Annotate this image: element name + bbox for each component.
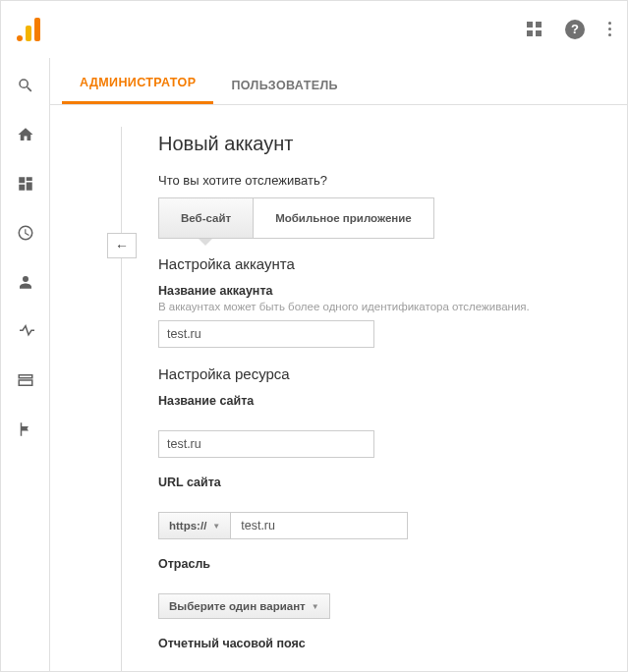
account-name-label: Название аккаунта bbox=[158, 284, 627, 298]
segment-pointer bbox=[198, 238, 213, 246]
url-protocol-select[interactable]: https:// ▼ bbox=[158, 512, 231, 539]
arrow-left-icon: ← bbox=[115, 238, 129, 253]
ga-logo bbox=[17, 18, 40, 41]
flow-icon[interactable] bbox=[16, 321, 35, 341]
property-section-head: Настройка ресурса bbox=[158, 365, 627, 382]
kebab-menu-icon[interactable] bbox=[608, 22, 611, 36]
clock-icon[interactable] bbox=[16, 223, 35, 243]
site-name-input[interactable] bbox=[158, 430, 374, 458]
tab-user[interactable]: ПОЛЬЗОВАТЕЛЬ bbox=[213, 65, 356, 104]
left-rail bbox=[1, 58, 50, 671]
dashboard-icon[interactable] bbox=[16, 174, 35, 194]
hierarchy-line bbox=[121, 127, 122, 671]
search-icon[interactable] bbox=[16, 76, 35, 95]
site-url-input[interactable] bbox=[231, 512, 408, 539]
page-title: Новый аккаунт bbox=[158, 133, 627, 155]
url-protocol-value: https:// bbox=[169, 520, 206, 532]
industry-select[interactable]: Выберите один вариант ▼ bbox=[158, 593, 330, 619]
apps-icon[interactable] bbox=[527, 22, 542, 36]
chevron-down-icon: ▼ bbox=[212, 522, 220, 531]
admin-user-tabs: АДМИНИСТРАТОР ПОЛЬЗОВАТЕЛЬ bbox=[50, 58, 627, 105]
conversion-icon[interactable] bbox=[16, 370, 35, 390]
person-icon[interactable] bbox=[16, 272, 35, 292]
tracking-type-segment: Веб-сайт Мобильное приложение bbox=[158, 197, 434, 239]
industry-label: Отрасль bbox=[158, 557, 627, 571]
help-icon[interactable]: ? bbox=[565, 20, 585, 39]
tab-administrator[interactable]: АДМИНИСТРАТОР bbox=[62, 62, 213, 104]
segment-mobile-app[interactable]: Мобильное приложение bbox=[253, 198, 433, 238]
site-name-label: Название сайта bbox=[158, 394, 627, 408]
flag-icon[interactable] bbox=[16, 420, 35, 439]
site-url-label: URL сайта bbox=[158, 476, 627, 489]
chevron-down-icon: ▼ bbox=[312, 602, 319, 611]
segment-website[interactable]: Веб-сайт bbox=[159, 198, 253, 238]
timezone-label: Отчетный часовой пояс bbox=[158, 637, 627, 650]
industry-value: Выберите один вариант bbox=[169, 600, 306, 612]
back-button[interactable]: ← bbox=[107, 233, 137, 258]
top-bar: ? bbox=[1, 1, 627, 58]
home-icon[interactable] bbox=[16, 125, 35, 144]
tracking-question: Что вы хотите отслеживать? bbox=[158, 173, 627, 188]
account-name-hint: В аккаунтах может быть более одного иден… bbox=[158, 301, 627, 312]
account-section-head: Настройка аккаунта bbox=[158, 255, 627, 272]
account-name-input[interactable] bbox=[158, 320, 374, 348]
